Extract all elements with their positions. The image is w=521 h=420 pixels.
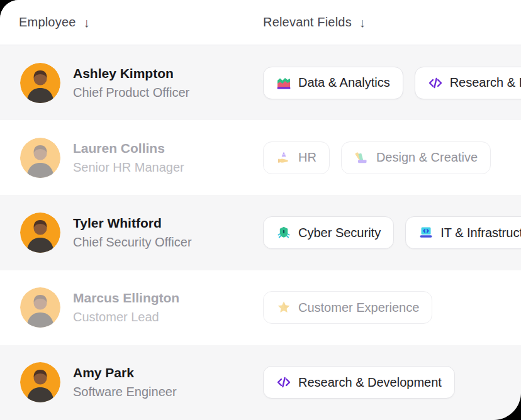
field-chip[interactable]: IT & Infrastructure	[405, 216, 521, 249]
employee-name: Lauren Collins	[73, 139, 184, 158]
fields-cell: HRDesign & Creative	[263, 141, 521, 174]
table-row[interactable]: Amy Park Software Engineer Research & De…	[0, 345, 521, 420]
field-chip[interactable]: Data & Analytics	[263, 67, 403, 99]
table-row[interactable]: Marcus Ellington Customer Lead Customer …	[0, 270, 521, 345]
employee-title: Chief Product Officer	[73, 83, 189, 102]
employee-text: Ashley Kimpton Chief Product Officer	[73, 64, 189, 102]
table-row[interactable]: Ashley Kimpton Chief Product Officer Dat…	[0, 45, 521, 120]
employee-text: Marcus Ellington Customer Lead	[73, 289, 179, 326]
avatar-photo	[20, 63, 60, 103]
arrow-down-icon[interactable]: ↓	[84, 16, 90, 29]
field-chip-label: HR	[298, 150, 317, 165]
code-icon	[276, 375, 291, 390]
employee-title: Software Engineer	[73, 382, 177, 401]
employee-name: Amy Park	[73, 363, 177, 382]
star-icon	[276, 300, 291, 315]
code-icon	[428, 75, 443, 91]
color-swatches-icon	[354, 150, 369, 165]
hand-gift-icon	[276, 150, 291, 165]
field-chip[interactable]: HR	[263, 141, 330, 174]
field-chip[interactable]: Research & Development	[263, 366, 455, 399]
employee-title: Senior HR Manager	[73, 158, 184, 177]
avatar-photo	[20, 362, 60, 402]
field-chip[interactable]: Design & Creative	[341, 141, 491, 174]
field-chip[interactable]: Research & Development	[415, 67, 521, 99]
fields-cell: Research & Development	[263, 366, 521, 399]
table-row[interactable]: Lauren Collins Senior HR Manager HRDesig…	[0, 120, 521, 195]
column-header-employee[interactable]: Employee ↓	[0, 15, 263, 30]
area-chart-icon	[276, 75, 291, 91]
table-body: Ashley Kimpton Chief Product Officer Dat…	[0, 45, 521, 420]
field-chip-label: IT & Infrastructure	[440, 226, 521, 240]
column-header-employee-label: Employee	[19, 15, 76, 30]
employee-text: Lauren Collins Senior HR Manager	[73, 139, 184, 177]
employee-cell: Amy Park Software Engineer	[0, 362, 263, 402]
field-chip-label: Design & Creative	[376, 150, 478, 165]
field-chip-label: Research & Development	[450, 75, 521, 90]
employee-table-card: Employee ↓ Relevant Fields ↓ Ashley Kimp…	[0, 0, 521, 420]
employee-name: Tyler Whitford	[73, 214, 192, 233]
column-header-relevant-fields[interactable]: Relevant Fields ↓	[263, 15, 521, 30]
avatar-photo	[20, 138, 60, 178]
table-row[interactable]: Tyler Whitford Chief Security Officer Cy…	[0, 195, 521, 270]
field-chip-label: Cyber Security	[298, 226, 381, 240]
fields-cell: Customer Experience	[263, 291, 521, 324]
table-header: Employee ↓ Relevant Fields ↓	[0, 0, 521, 45]
employee-name: Ashley Kimpton	[73, 64, 189, 83]
fields-cell: Data & AnalyticsResearch & Development	[263, 67, 521, 99]
column-header-relevant-fields-label: Relevant Fields	[263, 15, 352, 30]
employee-title: Chief Security Officer	[73, 233, 192, 251]
avatar-photo	[20, 287, 60, 328]
employee-cell: Tyler Whitford Chief Security Officer	[0, 213, 263, 253]
employee-text: Tyler Whitford Chief Security Officer	[73, 214, 192, 251]
employee-cell: Lauren Collins Senior HR Manager	[0, 138, 263, 178]
fields-cell: Cyber SecurityIT & Infrastructure	[263, 216, 521, 249]
avatar-photo	[20, 213, 60, 253]
field-chip-label: Data & Analytics	[298, 75, 390, 90]
field-chip[interactable]: Cyber Security	[263, 216, 394, 249]
field-chip[interactable]: Customer Experience	[263, 291, 432, 324]
employee-cell: Marcus Ellington Customer Lead	[0, 287, 263, 328]
employee-name: Marcus Ellington	[73, 289, 179, 307]
bug-icon	[276, 225, 291, 240]
field-chip-label: Research & Development	[298, 375, 442, 390]
employee-title: Customer Lead	[73, 307, 179, 326]
laptop-code-icon	[418, 225, 434, 240]
employee-cell: Ashley Kimpton Chief Product Officer	[0, 63, 263, 103]
employee-text: Amy Park Software Engineer	[73, 363, 177, 401]
field-chip-label: Customer Experience	[298, 301, 419, 315]
arrow-down-icon[interactable]: ↓	[359, 16, 366, 29]
